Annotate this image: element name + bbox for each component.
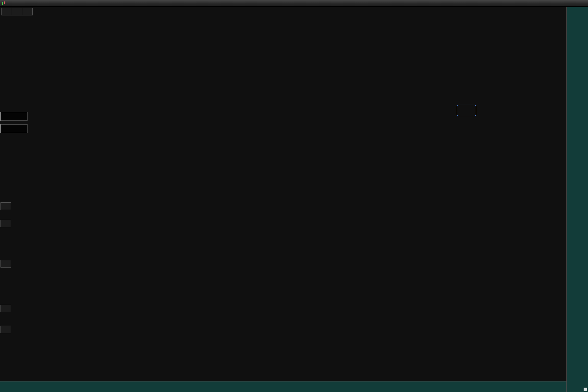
legend-bollinger[interactable] [22,8,32,15]
title-bar [0,0,588,6]
candlestick-icon [2,1,6,5]
bollinger-swatch-icon [24,9,28,14]
hline-label-1-2289[interactable] [0,124,28,133]
macd-swatch-icon [2,261,7,266]
rsi-swatch-icon [2,221,7,226]
chart-canvas[interactable] [0,0,566,392]
volume-legend[interactable] [0,202,11,210]
stoch-rsi-legend[interactable] [0,305,11,312]
rsi-legend[interactable] [0,220,11,227]
macd-legend[interactable] [0,260,11,268]
price-legend[interactable] [2,8,32,16]
stochastic-swatch-icon [2,326,7,332]
stochastic-legend[interactable] [0,326,11,333]
price-axis[interactable] [566,6,588,392]
time-axis[interactable] [0,381,566,392]
annotation-box[interactable] [457,104,476,116]
resize-handle[interactable] [584,388,587,391]
stoch-rsi-swatch-icon [2,306,7,312]
legend-price[interactable] [2,8,12,15]
hline-label-1-2745[interactable] [0,112,28,121]
sma-swatch-icon [13,9,18,14]
legend-sma[interactable] [12,8,22,15]
volume-swatch-icon [2,203,7,209]
price-swatch-icon [3,9,8,14]
